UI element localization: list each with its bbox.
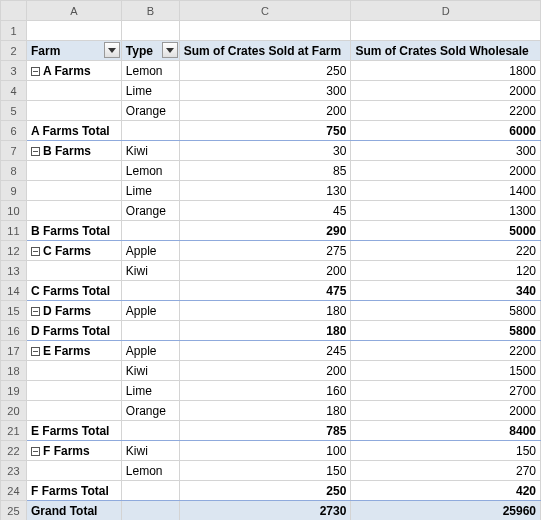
type-cell[interactable]: Lemon xyxy=(121,61,179,81)
value-farm-sold[interactable]: 150 xyxy=(179,461,351,481)
subtotal-wholesale[interactable]: 8400 xyxy=(351,421,541,441)
col-header-B[interactable]: B xyxy=(121,1,179,21)
value-wholesale[interactable]: 220 xyxy=(351,241,541,261)
row-header[interactable]: 22 xyxy=(1,441,27,461)
subtotal-label[interactable]: E Farms Total xyxy=(26,421,121,441)
subtotal-wholesale[interactable]: 5800 xyxy=(351,321,541,341)
value-wholesale[interactable]: 5800 xyxy=(351,301,541,321)
row-header[interactable]: 8 xyxy=(1,161,27,181)
empty-farm-cell[interactable] xyxy=(26,261,121,281)
subtotal-label[interactable]: D Farms Total xyxy=(26,321,121,341)
subtotal-blank[interactable] xyxy=(121,481,179,501)
row-header[interactable]: 16 xyxy=(1,321,27,341)
subtotal-label[interactable]: B Farms Total xyxy=(26,221,121,241)
row-header[interactable]: 1 xyxy=(1,21,27,41)
row-header[interactable]: 23 xyxy=(1,461,27,481)
row-header[interactable]: 9 xyxy=(1,181,27,201)
collapse-icon[interactable] xyxy=(31,447,40,456)
grand-total-label[interactable]: Grand Total xyxy=(26,501,121,521)
value-wholesale[interactable]: 270 xyxy=(351,461,541,481)
group-farm-cell[interactable]: F Farms xyxy=(26,441,121,461)
row-header[interactable]: 13 xyxy=(1,261,27,281)
row-header[interactable]: 20 xyxy=(1,401,27,421)
group-farm-cell[interactable]: C Farms xyxy=(26,241,121,261)
value-wholesale[interactable]: 2700 xyxy=(351,381,541,401)
row-header[interactable]: 18 xyxy=(1,361,27,381)
empty-farm-cell[interactable] xyxy=(26,361,121,381)
collapse-icon[interactable] xyxy=(31,147,40,156)
type-cell[interactable]: Orange xyxy=(121,201,179,221)
subtotal-blank[interactable] xyxy=(121,281,179,301)
empty-farm-cell[interactable] xyxy=(26,401,121,421)
filter-dropdown-type[interactable] xyxy=(162,42,178,58)
empty-farm-cell[interactable] xyxy=(26,201,121,221)
type-cell[interactable]: Orange xyxy=(121,101,179,121)
empty-farm-cell[interactable] xyxy=(26,161,121,181)
subtotal-blank[interactable] xyxy=(121,221,179,241)
value-farm-sold[interactable]: 180 xyxy=(179,401,351,421)
value-wholesale[interactable]: 120 xyxy=(351,261,541,281)
value-wholesale[interactable]: 1500 xyxy=(351,361,541,381)
type-cell[interactable]: Apple xyxy=(121,301,179,321)
subtotal-farm-sold[interactable]: 785 xyxy=(179,421,351,441)
row-header[interactable]: 3 xyxy=(1,61,27,81)
row-header[interactable]: 14 xyxy=(1,281,27,301)
grand-total-blank[interactable] xyxy=(121,501,179,521)
row-header[interactable]: 4 xyxy=(1,81,27,101)
type-cell[interactable]: Lime xyxy=(121,81,179,101)
value-wholesale[interactable]: 300 xyxy=(351,141,541,161)
value-farm-sold[interactable]: 245 xyxy=(179,341,351,361)
cell-blank[interactable] xyxy=(179,21,351,41)
cell-blank[interactable] xyxy=(351,21,541,41)
row-header[interactable]: 11 xyxy=(1,221,27,241)
grand-total-farm-sold[interactable]: 2730 xyxy=(179,501,351,521)
subtotal-label[interactable]: F Farms Total xyxy=(26,481,121,501)
type-cell[interactable]: Kiwi xyxy=(121,261,179,281)
row-header[interactable]: 5 xyxy=(1,101,27,121)
subtotal-farm-sold[interactable]: 250 xyxy=(179,481,351,501)
empty-farm-cell[interactable] xyxy=(26,101,121,121)
value-farm-sold[interactable]: 200 xyxy=(179,361,351,381)
empty-farm-cell[interactable] xyxy=(26,81,121,101)
type-cell[interactable]: Kiwi xyxy=(121,361,179,381)
value-wholesale[interactable]: 1300 xyxy=(351,201,541,221)
pivot-header-type[interactable]: Type xyxy=(121,41,179,61)
type-cell[interactable]: Lime xyxy=(121,381,179,401)
group-farm-cell[interactable]: B Farms xyxy=(26,141,121,161)
group-farm-cell[interactable]: D Farms xyxy=(26,301,121,321)
type-cell[interactable]: Kiwi xyxy=(121,141,179,161)
col-header-C[interactable]: C xyxy=(179,1,351,21)
subtotal-label[interactable]: C Farms Total xyxy=(26,281,121,301)
empty-farm-cell[interactable] xyxy=(26,381,121,401)
row-header[interactable]: 15 xyxy=(1,301,27,321)
type-cell[interactable]: Lemon xyxy=(121,461,179,481)
subtotal-blank[interactable] xyxy=(121,421,179,441)
pivot-header-farm[interactable]: Farm xyxy=(26,41,121,61)
value-wholesale[interactable]: 1800 xyxy=(351,61,541,81)
value-wholesale[interactable]: 2000 xyxy=(351,401,541,421)
type-cell[interactable]: Orange xyxy=(121,401,179,421)
row-header[interactable]: 21 xyxy=(1,421,27,441)
type-cell[interactable]: Apple xyxy=(121,241,179,261)
value-farm-sold[interactable]: 30 xyxy=(179,141,351,161)
value-farm-sold[interactable]: 275 xyxy=(179,241,351,261)
empty-farm-cell[interactable] xyxy=(26,461,121,481)
value-farm-sold[interactable]: 250 xyxy=(179,61,351,81)
type-cell[interactable]: Lemon xyxy=(121,161,179,181)
subtotal-label[interactable]: A Farms Total xyxy=(26,121,121,141)
value-farm-sold[interactable]: 160 xyxy=(179,381,351,401)
value-farm-sold[interactable]: 300 xyxy=(179,81,351,101)
value-wholesale[interactable]: 2200 xyxy=(351,101,541,121)
row-header[interactable]: 7 xyxy=(1,141,27,161)
row-header[interactable]: 17 xyxy=(1,341,27,361)
value-wholesale[interactable]: 2200 xyxy=(351,341,541,361)
value-wholesale[interactable]: 150 xyxy=(351,441,541,461)
subtotal-farm-sold[interactable]: 180 xyxy=(179,321,351,341)
subtotal-farm-sold[interactable]: 475 xyxy=(179,281,351,301)
group-farm-cell[interactable]: E Farms xyxy=(26,341,121,361)
row-header[interactable]: 10 xyxy=(1,201,27,221)
col-header-A[interactable]: A xyxy=(26,1,121,21)
pivot-header-sum-wholesale[interactable]: Sum of Crates Sold Wholesale xyxy=(351,41,541,61)
subtotal-farm-sold[interactable]: 750 xyxy=(179,121,351,141)
type-cell[interactable]: Kiwi xyxy=(121,441,179,461)
